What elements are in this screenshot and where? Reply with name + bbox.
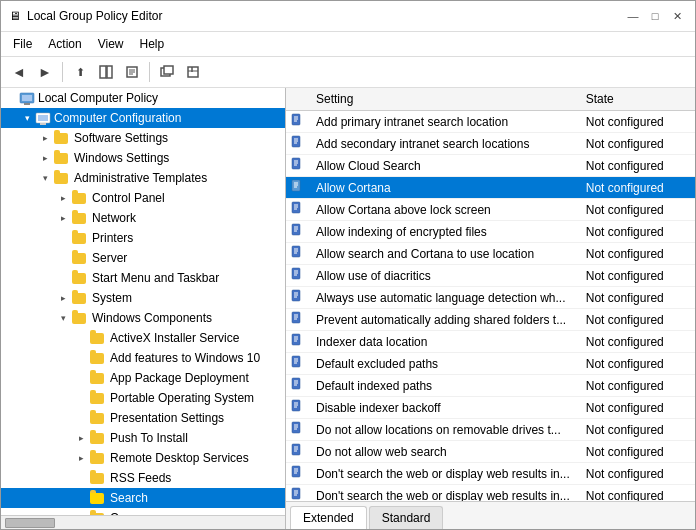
table-header-row: Setting State xyxy=(286,88,695,111)
tree-item-windows-components[interactable]: Windows Components xyxy=(1,308,285,328)
settings-table-scroll[interactable]: Setting State Add primary intranet searc… xyxy=(286,88,695,501)
show-hide-button[interactable] xyxy=(94,60,118,84)
tree-item-push-to-install[interactable]: Push To Install xyxy=(1,428,285,448)
menu-view[interactable]: View xyxy=(90,34,132,54)
table-row[interactable]: Add secondary intranet search locations … xyxy=(286,133,695,155)
doc-icon xyxy=(290,443,304,457)
tree-item-control-panel[interactable]: Control Panel xyxy=(1,188,285,208)
tree-scroll-thumb[interactable] xyxy=(5,518,55,528)
cell-icon xyxy=(286,309,308,331)
close-button[interactable]: ✕ xyxy=(667,7,687,25)
cell-setting: Always use automatic language detection … xyxy=(308,287,578,309)
tree-label-software-settings: Software Settings xyxy=(74,131,168,145)
cell-state: Not configured xyxy=(578,155,695,177)
properties-button[interactable] xyxy=(120,60,144,84)
cell-state: Not configured xyxy=(578,463,695,485)
tree-item-windows-settings[interactable]: Windows Settings xyxy=(1,148,285,168)
expand-push-to-install xyxy=(73,430,89,446)
tree-item-search[interactable]: Search xyxy=(1,488,285,508)
tree-item-activex[interactable]: ActiveX Installer Service xyxy=(1,328,285,348)
menu-file[interactable]: File xyxy=(5,34,40,54)
tree-label-add-features: Add features to Windows 10 xyxy=(110,351,260,365)
icon-add-features xyxy=(89,350,105,366)
toolbar: ◄ ► ⬆ xyxy=(1,57,695,88)
tab-extended[interactable]: Extended xyxy=(290,506,367,529)
expand-windows-settings xyxy=(37,150,53,166)
tree-item-portable-os[interactable]: Portable Operating System xyxy=(1,388,285,408)
cell-icon xyxy=(286,243,308,265)
tree-item-computer-config[interactable]: Computer Configuration xyxy=(1,108,285,128)
table-row[interactable]: Allow use of diacritics Not configured xyxy=(286,265,695,287)
tree-item-server[interactable]: Server xyxy=(1,248,285,268)
tree-item-network[interactable]: Network xyxy=(1,208,285,228)
table-row[interactable]: Always use automatic language detection … xyxy=(286,287,695,309)
tree-panel: Local Computer Policy Computer Configura… xyxy=(1,88,286,529)
table-row[interactable]: Allow Cortana above lock screen Not conf… xyxy=(286,199,695,221)
tree-item-add-features[interactable]: Add features to Windows 10 xyxy=(1,348,285,368)
table-row[interactable]: Indexer data location Not configured xyxy=(286,331,695,353)
cell-setting: Disable indexer backoff xyxy=(308,397,578,419)
table-row[interactable]: Don't search the web or display web resu… xyxy=(286,485,695,502)
tree-label-local-policy: Local Computer Policy xyxy=(38,91,158,105)
col-setting[interactable]: Setting xyxy=(308,88,578,111)
menu-action[interactable]: Action xyxy=(40,34,89,54)
window-icon: 🖥 xyxy=(9,9,21,23)
expand-windows-components xyxy=(55,310,71,326)
table-row[interactable]: Don't search the web or display web resu… xyxy=(286,463,695,485)
new-window-button[interactable] xyxy=(155,60,179,84)
tree-item-remote-desktop[interactable]: Remote Desktop Services xyxy=(1,448,285,468)
tree-label-network: Network xyxy=(92,211,136,225)
back-button[interactable]: ◄ xyxy=(7,60,31,84)
table-row[interactable]: Do not allow locations on removable driv… xyxy=(286,419,695,441)
table-row[interactable]: Disable indexer backoff Not configured xyxy=(286,397,695,419)
col-state[interactable]: State xyxy=(578,88,695,111)
tree-item-local-policy[interactable]: Local Computer Policy xyxy=(1,88,285,108)
cell-setting: Allow indexing of encrypted files xyxy=(308,221,578,243)
tree-item-presentation[interactable]: Presentation Settings xyxy=(1,408,285,428)
tree-label-control-panel: Control Panel xyxy=(92,191,165,205)
table-row[interactable]: Add primary intranet search location Not… xyxy=(286,111,695,133)
tree-item-software-settings[interactable]: Software Settings xyxy=(1,128,285,148)
icon-system xyxy=(71,290,87,306)
table-row[interactable]: Default excluded paths Not configured xyxy=(286,353,695,375)
cell-setting: Allow search and Cortana to use location xyxy=(308,243,578,265)
tree-item-start-menu[interactable]: Start Menu and Taskbar xyxy=(1,268,285,288)
cell-icon xyxy=(286,441,308,463)
cell-icon xyxy=(286,419,308,441)
tree-item-admin-templates[interactable]: Administrative Templates xyxy=(1,168,285,188)
doc-icon xyxy=(290,135,304,149)
tree-horizontal-scrollbar[interactable] xyxy=(1,515,285,529)
forward-button[interactable]: ► xyxy=(33,60,57,84)
cell-icon xyxy=(286,353,308,375)
cell-state: Not configured xyxy=(578,353,695,375)
tab-standard[interactable]: Standard xyxy=(369,506,444,529)
icon-server xyxy=(71,250,87,266)
doc-icon xyxy=(290,289,304,303)
up-button[interactable]: ⬆ xyxy=(68,60,92,84)
table-row[interactable]: Allow indexing of encrypted files Not co… xyxy=(286,221,695,243)
table-row[interactable]: Default indexed paths Not configured xyxy=(286,375,695,397)
expand-search xyxy=(73,490,89,506)
table-row[interactable]: Allow Cloud Search Not configured xyxy=(286,155,695,177)
tree-item-printers[interactable]: Printers xyxy=(1,228,285,248)
cell-icon xyxy=(286,221,308,243)
icon-local-policy xyxy=(19,90,35,106)
tree-item-camera[interactable]: Camera xyxy=(1,508,285,515)
table-row[interactable]: Prevent automatically adding shared fold… xyxy=(286,309,695,331)
maximize-button[interactable]: □ xyxy=(645,7,665,25)
icon-push-to-install xyxy=(89,430,105,446)
help-button[interactable] xyxy=(181,60,205,84)
expand-app-package xyxy=(73,370,89,386)
table-row[interactable]: Allow search and Cortana to use location… xyxy=(286,243,695,265)
menu-help[interactable]: Help xyxy=(132,34,173,54)
table-row[interactable]: Allow Cortana Not configured xyxy=(286,177,695,199)
tree-scroll[interactable]: Local Computer Policy Computer Configura… xyxy=(1,88,285,515)
expand-activex xyxy=(73,330,89,346)
cell-icon xyxy=(286,463,308,485)
tree-item-system[interactable]: System xyxy=(1,288,285,308)
svg-rect-8 xyxy=(188,67,198,77)
table-row[interactable]: Do not allow web search Not configured xyxy=(286,441,695,463)
tree-item-app-package[interactable]: App Package Deployment xyxy=(1,368,285,388)
minimize-button[interactable]: — xyxy=(623,7,643,25)
tree-item-rss-feeds[interactable]: RSS Feeds xyxy=(1,468,285,488)
